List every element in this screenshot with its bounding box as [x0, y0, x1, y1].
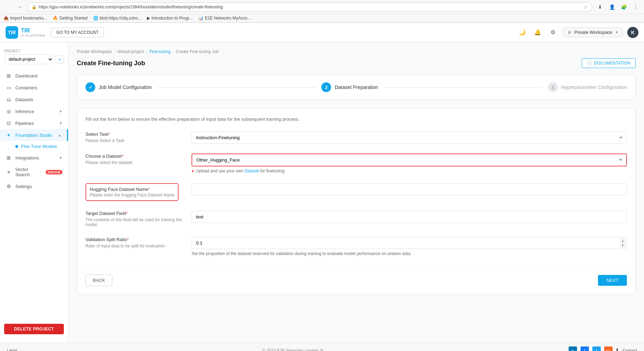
logo-icon: TIR: [6, 26, 18, 39]
download-icon[interactable]: ⬇: [595, 2, 605, 12]
dashboard-icon: ⊞: [6, 73, 12, 79]
bookmark-getting-started[interactable]: 🔥 Getting Started: [53, 16, 88, 21]
sidebar-delete-section: DELETE PROJECT: [0, 320, 68, 338]
project-selector: Project default-project +: [0, 46, 68, 67]
validation-split-label: Validation Split Ratio*: [85, 237, 183, 242]
rss-icon[interactable]: rss: [604, 346, 613, 351]
menu-icon[interactable]: ⋮: [631, 2, 641, 12]
breadcrumb-workspace: Private Workspace: [77, 49, 112, 54]
validation-split-row: Validation Split Ratio* Ratio of input d…: [85, 237, 627, 256]
target-dataset-input[interactable]: [192, 211, 627, 223]
step-2-circle: 2: [321, 82, 331, 92]
integrations-icon: ⊞: [6, 155, 12, 160]
pipelines-chevron-icon: ▼: [59, 121, 62, 125]
sidebar-label-inference: Inference: [15, 109, 55, 114]
pipelines-icon: ⊡: [6, 120, 12, 126]
hugging-face-label-box: Hugging Face Dataset Name* Please enter …: [85, 183, 179, 201]
footer-social-links: in f t rss 📞 Contact: [569, 346, 637, 351]
twitter-icon[interactable]: t: [592, 346, 601, 351]
sidebar-item-dashboard[interactable]: ⊞ Dashboard: [0, 70, 68, 82]
back-button[interactable]: BACK: [85, 275, 112, 286]
sidebar-item-pipelines[interactable]: ⊡ Pipelines ▼: [0, 117, 68, 129]
vector-search-icon: ≡: [6, 169, 12, 175]
sidebar-item-inference[interactable]: ◎ Inference ▼: [0, 105, 68, 117]
breadcrumb-project: default-project: [117, 49, 144, 54]
sidebar-item-datasets[interactable]: 🗂 Datasets: [0, 94, 68, 105]
select-task-dropdown[interactable]: Instruction-Finetuning: [192, 132, 627, 144]
linkedin-icon[interactable]: in: [569, 346, 577, 351]
sidebar-label-pipelines: Pipelines: [15, 121, 55, 126]
sidebar-item-integrations[interactable]: ⊞ Integrations ▼: [0, 152, 68, 164]
spinner-up-button[interactable]: ▲: [620, 239, 626, 243]
sidebar-item-settings[interactable]: ⚙ Settings: [0, 180, 68, 192]
header-right: 🌙 🔔 ⚙ 🖥 Private Workspace ▼ K: [517, 27, 638, 38]
sidebar-item-vector-search[interactable]: ≡ Vector Search Internal: [0, 164, 68, 180]
browser-toolbar: ← → 🔒 https://gpu-notebooks.e2enetworks.…: [0, 0, 644, 14]
legal-link[interactable]: Legal: [7, 348, 17, 351]
breadcrumb-sep-3: ›: [173, 49, 174, 54]
contact-label: Contact: [623, 348, 637, 351]
sidebar-item-containers[interactable]: ▭ Containers: [0, 82, 68, 94]
lock-icon: 🔒: [32, 5, 37, 9]
go-to-account-button[interactable]: GO TO MY ACCOUNT: [51, 28, 104, 37]
star-icon[interactable]: ☆: [583, 4, 588, 10]
bookmark-import[interactable]: 📥 Import bookmarks...: [3, 16, 47, 21]
workspace-icon: 🖥: [567, 30, 571, 35]
target-dataset-row: Target Dataset Field* The contents of th…: [85, 211, 627, 227]
profile-icon[interactable]: 👤: [607, 2, 617, 12]
app-logo: TIR TIR AI PLATFORM: [6, 26, 45, 39]
theme-toggle-button[interactable]: 🌙: [517, 27, 528, 38]
notifications-button[interactable]: 🔔: [532, 27, 543, 38]
settings-button[interactable]: ⚙: [547, 27, 559, 38]
page-header: Create Fine-tuning Job 📄 DOCUMENTATION: [77, 58, 636, 68]
step-2-label: Dataset Preparation: [335, 84, 378, 90]
sidebar-subitem-fine-tune[interactable]: Fine Tune Models: [0, 141, 68, 152]
validation-split-input[interactable]: [192, 237, 627, 249]
dataset-link[interactable]: Dataset: [245, 169, 259, 173]
integrations-chevron-icon: ▼: [59, 156, 62, 160]
user-avatar[interactable]: K: [627, 27, 638, 38]
facebook-icon[interactable]: f: [581, 346, 589, 351]
back-nav-button[interactable]: ←: [3, 2, 13, 12]
choose-dataset-input-col: Other_Hugging_Face ● Upload and use your…: [192, 154, 627, 173]
documentation-button[interactable]: 📄 DOCUMENTATION: [582, 58, 636, 68]
foundation-studio-chevron-icon: ▲: [58, 133, 61, 137]
phone-icon: 📞: [616, 348, 621, 351]
bookmark-zoho[interactable]: 🌐 blob:https://cliq.zoho...: [93, 16, 141, 21]
sidebar-label-vector-search: Vector Search: [15, 167, 42, 177]
hugging-face-label-col: Hugging Face Dataset Name* Please enter …: [85, 183, 183, 201]
spinner-down-button[interactable]: ▼: [620, 243, 626, 247]
breadcrumb-finetuning[interactable]: Fine-tuning: [150, 49, 171, 54]
workspace-selector[interactable]: 🖥 Private Workspace ▼: [563, 27, 623, 37]
next-button[interactable]: NEXT: [598, 275, 627, 286]
sidebar-label-integrations: Integrations: [15, 155, 55, 160]
bookmark-intro[interactable]: ▶ Introduction to Progr...: [147, 16, 193, 21]
hugging-face-name-row: Hugging Face Dataset Name* Please enter …: [85, 183, 627, 201]
add-project-button[interactable]: +: [55, 55, 64, 64]
browser-chrome: ← → 🔒 https://gpu-notebooks.e2enetworks.…: [0, 0, 644, 23]
containers-icon: ▭: [6, 85, 12, 90]
step-3: 3 Hyperparameter Configuration: [548, 82, 627, 92]
workspace-label: Private Workspace: [574, 30, 612, 35]
delete-project-button[interactable]: DELETE PROJECT: [4, 324, 64, 334]
hugging-face-name-input[interactable]: [192, 183, 627, 195]
sidebar-label-foundation-studio: Foundation Studio: [15, 133, 54, 138]
project-select[interactable]: default-project: [4, 54, 53, 64]
validation-split-label-col: Validation Split Ratio* Ratio of input d…: [85, 237, 183, 248]
validation-hint: Set the proportion of the dataset reserv…: [192, 251, 627, 256]
hugging-face-input-col: [192, 183, 627, 195]
address-bar[interactable]: 🔒 https://gpu-notebooks.e2enetworks.com/…: [27, 2, 592, 12]
target-dataset-label: Target Dataset Field*: [85, 211, 183, 216]
validation-split-sublabel: Ratio of input data to be split for eval…: [85, 244, 183, 248]
choose-dataset-dropdown[interactable]: Other_Hugging_Face: [192, 154, 627, 166]
choose-dataset-sublabel: Please select the dataset: [85, 160, 183, 165]
extension-icon[interactable]: 🧩: [619, 2, 629, 12]
main-layout: Project default-project + ⊞ Dashboard ▭ …: [0, 42, 644, 343]
browser-action-buttons: ⬇ 👤 🧩 ⋮: [595, 2, 641, 12]
vector-search-badge: Internal: [46, 170, 62, 174]
contact-link[interactable]: 📞 Contact: [616, 348, 637, 351]
bookmark-e2e[interactable]: 📊 E2E Networks MyAcco...: [198, 16, 251, 21]
forward-nav-button[interactable]: →: [15, 2, 24, 12]
sidebar-item-foundation-studio[interactable]: ✦ Foundation Studio ▲: [0, 129, 68, 141]
validation-split-input-col: ▲ ▼ Set the proportion of the dataset re…: [192, 237, 627, 256]
